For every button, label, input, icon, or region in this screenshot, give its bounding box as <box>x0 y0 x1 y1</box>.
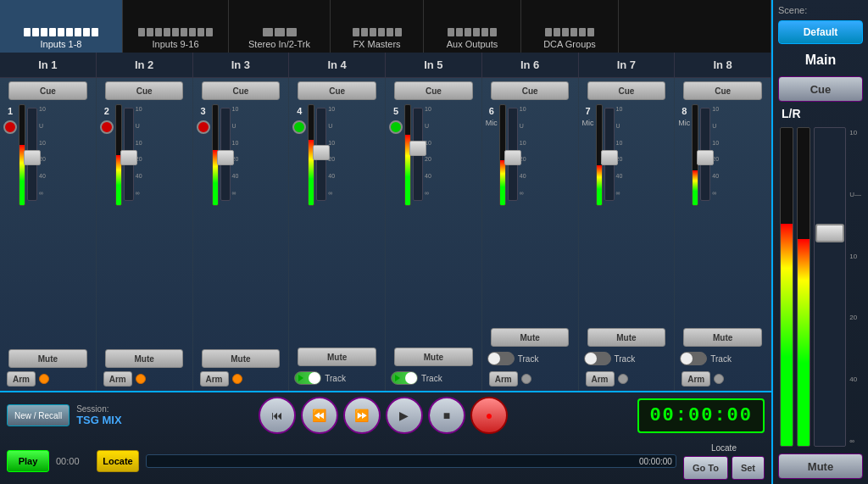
cue-button-3[interactable]: Cue <box>202 81 280 100</box>
scene-default-button[interactable]: Default <box>778 20 863 44</box>
fader-handle-1[interactable] <box>24 150 41 165</box>
progress-bar[interactable]: 00:00:00 <box>146 454 676 468</box>
main-fader[interactable] <box>814 127 846 447</box>
fader-3[interactable] <box>220 108 231 201</box>
record-indicator-5[interactable] <box>389 120 403 134</box>
play-button[interactable]: ▶ <box>386 397 423 434</box>
track-toggle-6[interactable] <box>487 352 515 365</box>
arm-button-6[interactable]: Arm <box>489 371 518 387</box>
rewind-button[interactable]: ⏪ <box>301 397 338 434</box>
cue-button-6[interactable]: Cue <box>491 81 569 100</box>
tab-indicators-3 <box>263 28 297 36</box>
fader-1[interactable] <box>27 108 37 201</box>
track-row-8: Track <box>676 349 769 368</box>
meter-fill-7 <box>597 165 602 205</box>
cue-button-7[interactable]: Cue <box>587 81 665 100</box>
fader-handle-4[interactable] <box>313 145 330 160</box>
ch-header-4: In 4 <box>289 53 386 77</box>
mute-button-3[interactable]: Mute <box>202 349 280 368</box>
fader-section-5: 5 10 U 10 20 40 ∞ <box>387 103 480 345</box>
stop-button[interactable]: ■ <box>428 397 465 434</box>
mute-button-8[interactable]: Mute <box>683 328 761 347</box>
locate-bottom-button[interactable]: Locate <box>97 450 139 472</box>
track-toggle-5[interactable] <box>391 371 418 385</box>
fader-8[interactable] <box>700 108 710 201</box>
mute-button-1[interactable]: Mute <box>8 349 86 368</box>
ch-num-1: 1 <box>4 104 16 116</box>
arm-row-8: Arm <box>676 370 769 387</box>
set-button[interactable]: Set <box>732 456 765 480</box>
arm-row-7: Arm <box>581 370 673 387</box>
mute-button-2[interactable]: Mute <box>105 349 183 368</box>
fader-handle-8[interactable] <box>697 150 714 165</box>
ch-num-4: 4 <box>293 104 305 116</box>
cue-button-2[interactable]: Cue <box>105 81 183 100</box>
track-label-6: Track <box>518 354 539 364</box>
fader-handle-6[interactable] <box>504 150 521 165</box>
tab-aux[interactable]: Aux Outputs <box>424 0 521 53</box>
cue-button-4[interactable]: Cue <box>298 81 376 100</box>
track-knob-7 <box>585 353 597 364</box>
arm-button-3[interactable]: Arm <box>200 371 229 387</box>
fader-5[interactable] <box>413 108 423 201</box>
tab-dca[interactable]: DCA Groups <box>521 0 619 53</box>
tab-stereo[interactable]: Stereo In/2-Trk <box>229 0 331 53</box>
arm-button-7[interactable]: Arm <box>586 371 615 387</box>
tab-inputs1[interactable]: Inputs 1-8 <box>0 0 123 53</box>
track-toggle-4[interactable] <box>294 371 321 385</box>
locate-buttons: Go To Set <box>683 456 765 480</box>
mute-button-4[interactable]: Mute <box>298 348 376 366</box>
cue-right-button[interactable]: Cue <box>778 76 863 102</box>
fast-forward-button[interactable]: ⏩ <box>343 397 381 434</box>
cue-button-1[interactable]: Cue <box>8 81 86 100</box>
tab-inputs2-label: Inputs 9-16 <box>152 39 198 49</box>
fader-handle-5[interactable] <box>409 141 426 156</box>
mute-button-5[interactable]: Mute <box>394 348 472 366</box>
track-play-icon-4 <box>298 375 303 381</box>
mute-right-button[interactable]: Mute <box>778 453 863 479</box>
new-recall-button[interactable]: New / Recall <box>7 404 70 426</box>
arm-button-8[interactable]: Arm <box>682 371 710 387</box>
track-knob-6 <box>488 353 500 364</box>
fader-handle-3[interactable] <box>217 150 234 165</box>
fader-section-7: 7 Mic 10 U 10 20 40 <box>581 103 673 325</box>
main-meter-fill-r <box>798 239 810 446</box>
skip-back-button[interactable]: ⏮ <box>259 397 296 434</box>
track-toggle-7[interactable] <box>584 352 611 365</box>
track-row-6: Track <box>484 349 576 368</box>
fader-2[interactable] <box>124 108 134 201</box>
play-bottom-button[interactable]: Play <box>7 450 49 472</box>
tab-inputs2[interactable]: Inputs 9-16 <box>123 0 229 53</box>
record-indicator-1[interactable] <box>3 120 17 134</box>
arm-button-1[interactable]: Arm <box>7 371 36 387</box>
tab-fx[interactable]: FX Masters <box>331 0 424 53</box>
session-info: Session: TSG MIX <box>76 404 121 426</box>
ch-num-7: 7 <box>582 104 594 116</box>
fader-handle-2[interactable] <box>120 150 137 165</box>
fader-7[interactable] <box>604 108 615 201</box>
channel-strip-4: Cue 4 10 U 10 20 <box>289 78 386 391</box>
channel-strip-8: Cue 8 Mic 10 U 10 <box>675 78 771 391</box>
record-indicator-2[interactable] <box>100 120 114 134</box>
arm-button-2[interactable]: Arm <box>103 371 132 387</box>
record-indicator-4[interactable] <box>292 120 306 134</box>
mute-button-6[interactable]: Mute <box>491 328 569 347</box>
fader-6[interactable] <box>508 108 518 201</box>
fader-4[interactable] <box>316 108 326 201</box>
lr-label: L/R <box>782 107 801 120</box>
cue-button-8[interactable]: Cue <box>683 81 761 100</box>
record-button[interactable]: ● <box>470 397 508 434</box>
channel-headers: In 1 In 2 In 3 In 4 In 5 In 6 In 7 In 8 <box>0 53 771 78</box>
record-indicator-3[interactable] <box>197 120 210 134</box>
goto-button[interactable]: Go To <box>683 456 728 480</box>
main-fader-handle[interactable] <box>815 224 844 242</box>
ch-header-5: In 5 <box>386 53 482 77</box>
cue-button-5[interactable]: Cue <box>394 81 472 100</box>
tab-empty <box>619 0 771 53</box>
tab-indicators-5 <box>448 28 497 36</box>
progress-time: 00:00:00 <box>639 457 672 466</box>
track-toggle-8[interactable] <box>680 352 707 365</box>
mute-button-7[interactable]: Mute <box>587 328 665 347</box>
channel-strip-1: Cue 1 10 U 10 20 <box>0 78 97 391</box>
fader-handle-7[interactable] <box>601 150 618 165</box>
